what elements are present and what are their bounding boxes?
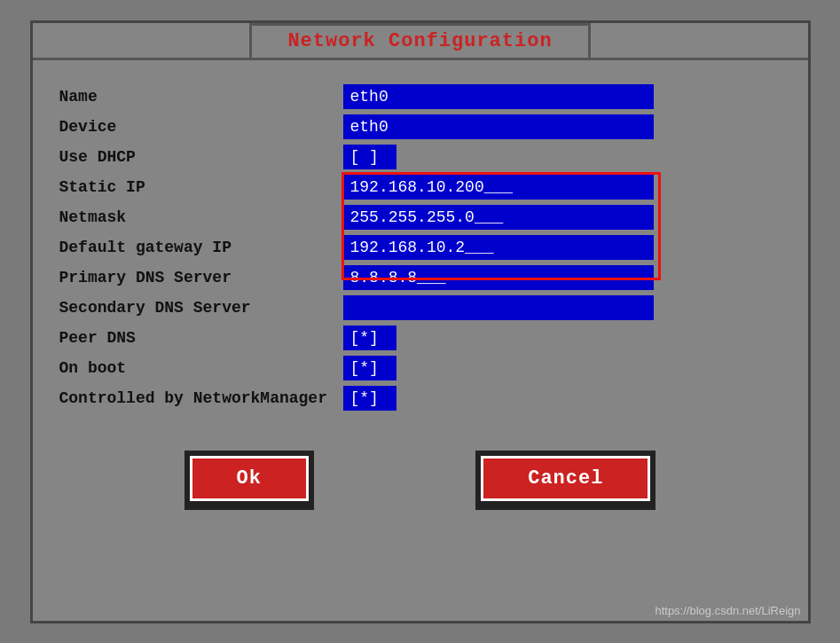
network-config-dialog: Network Configuration Name eth0 Device e…: [30, 20, 811, 623]
dhcp-value[interactable]: [ ]: [343, 145, 396, 169]
secondary-dns-label: Secondary DNS Server: [59, 299, 343, 317]
static-ip-row: Static IP 192.168.10.200___: [59, 174, 781, 200]
netmask-row: Netmask 255.255.255.0___: [59, 204, 781, 231]
networkmanager-row: Controlled by NetworkManager [*]: [59, 385, 781, 412]
secondary-dns-value[interactable]: [343, 295, 654, 320]
cancel-button[interactable]: Cancel: [481, 456, 650, 501]
static-ip-value[interactable]: 192.168.10.200___: [343, 175, 654, 200]
form-content: Name eth0 Device eth0 Use DHCP [ ] Stati…: [33, 74, 808, 424]
netmask-label: Netmask: [59, 208, 343, 226]
gateway-value[interactable]: 192.168.10.2___: [343, 235, 654, 260]
netmask-value[interactable]: 255.255.255.0___: [343, 205, 654, 230]
gateway-row: Default gateway IP 192.168.10.2___: [59, 234, 781, 261]
name-label: Name: [59, 88, 343, 106]
name-row: Name eth0: [59, 83, 781, 110]
gateway-label: Default gateway IP: [59, 239, 343, 256]
on-boot-value[interactable]: [*]: [343, 356, 396, 380]
primary-dns-row: Primary DNS Server 8.8.8.8___: [59, 264, 781, 291]
static-ip-label: Static IP: [59, 178, 343, 196]
networkmanager-label: Controlled by NetworkManager: [59, 389, 343, 407]
static-fields-group: Static IP 192.168.10.200___ Netmask 255.…: [59, 174, 781, 291]
peer-dns-label: Peer DNS: [59, 329, 343, 347]
peer-dns-row: Peer DNS [*]: [59, 325, 781, 351]
dhcp-label: Use DHCP: [59, 148, 343, 166]
networkmanager-value[interactable]: [*]: [343, 386, 396, 411]
dhcp-row: Use DHCP [ ]: [59, 144, 781, 170]
device-value[interactable]: eth0: [343, 114, 654, 139]
on-boot-row: On boot [*]: [59, 355, 781, 381]
device-label: Device: [59, 118, 343, 136]
watermark: https://blog.csdn.net/LiReign: [655, 604, 800, 617]
button-row: Ok Cancel: [33, 451, 808, 510]
cancel-button-outer: Cancel: [475, 451, 656, 510]
primary-dns-value[interactable]: 8.8.8.8___: [343, 265, 654, 290]
ok-button[interactable]: Ok: [190, 456, 309, 501]
dialog-title: Network Configuration: [287, 30, 552, 52]
primary-dns-label: Primary DNS Server: [59, 269, 343, 286]
ok-button-outer: Ok: [184, 451, 314, 510]
secondary-dns-row: Secondary DNS Server: [59, 294, 781, 321]
peer-dns-value[interactable]: [*]: [343, 325, 396, 350]
device-row: Device eth0: [59, 114, 781, 140]
on-boot-label: On boot: [59, 359, 343, 377]
name-value[interactable]: eth0: [343, 84, 654, 109]
